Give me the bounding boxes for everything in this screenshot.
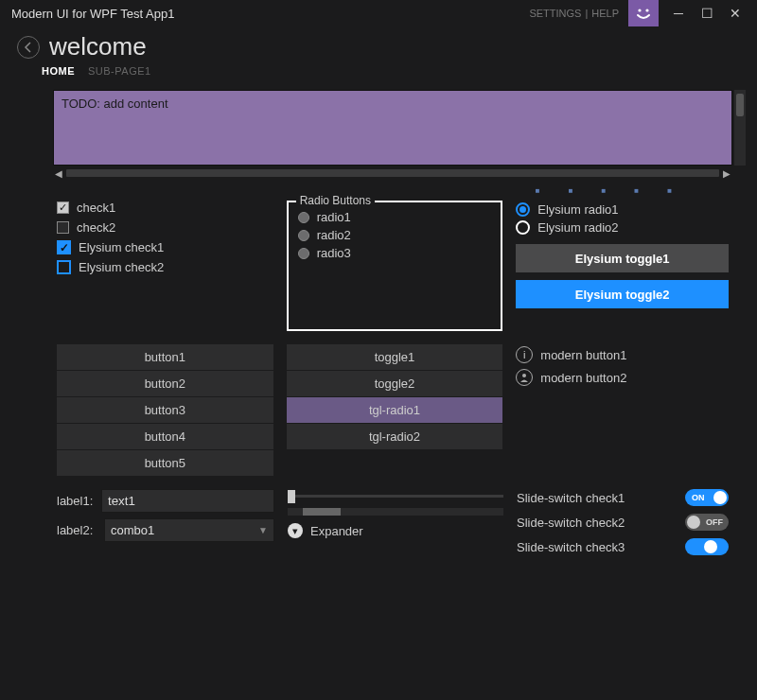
content-panel: TODO: add content ◀ ▶ — [53, 90, 732, 179]
checkbox-column: ✓check1 check2 Elysium check1 Elysium ch… — [57, 201, 273, 331]
modern-button2[interactable]: modern button2 — [516, 369, 729, 386]
page-title: welcome — [49, 32, 147, 61]
slider-column: ▾ Expander — [288, 489, 503, 538]
switch1-label: Slide-switch check1 — [517, 491, 625, 505]
button3[interactable]: button3 — [57, 397, 273, 423]
window-title: Modern UI for WPF Test App1 — [11, 7, 529, 21]
elysium-column: Elysium radio1 Elysium radio2 Elysium to… — [516, 201, 729, 331]
radio-radio1[interactable]: radio1 — [298, 208, 492, 226]
help-link[interactable]: HELP — [591, 8, 619, 19]
checkbox-label: Elysium check1 — [79, 240, 164, 254]
feedback-smiley-icon[interactable] — [628, 0, 659, 26]
slider[interactable] — [288, 489, 503, 502]
tab-home[interactable]: HOME — [42, 65, 75, 77]
settings-link[interactable]: SETTINGS — [529, 8, 581, 19]
switch3-label: Slide-switch check3 — [517, 540, 625, 554]
modern-button-list: imodern button1 modern button2 — [516, 344, 729, 476]
separator: | — [585, 8, 588, 19]
radio-column: Radio Buttons radio1 radio2 radio3 — [287, 201, 503, 331]
radio-label: radio3 — [317, 246, 351, 260]
chevron-down-icon: ▼ — [258, 525, 268, 535]
form-column: label1: label2: combo1 ▼ — [57, 489, 274, 542]
radio-label: radio1 — [317, 210, 351, 224]
slider-thumb[interactable] — [288, 490, 295, 503]
progress-fill — [303, 508, 341, 516]
chevron-down-icon: ▾ — [288, 523, 303, 538]
tab-strip: HOME SUB-PAGE1 — [0, 65, 757, 84]
info-icon: i — [516, 346, 533, 363]
page-header: welcome — [0, 26, 757, 65]
scroll-thumb[interactable] — [736, 94, 744, 116]
toggle2[interactable]: toggle2 — [287, 371, 503, 396]
elysium-radio2[interactable]: Elysium radio2 — [516, 219, 729, 236]
modern-button-label: modern button1 — [540, 348, 626, 362]
checkbox-label: check1 — [77, 201, 115, 215]
tgl-radio2[interactable]: tgl-radio2 — [287, 424, 503, 449]
scroll-right-icon[interactable]: ▶ — [721, 167, 732, 179]
window-controls: ─ ☐ ✕ — [664, 4, 749, 23]
expander[interactable]: ▾ Expander — [288, 523, 503, 538]
button5[interactable]: button5 — [57, 450, 273, 476]
titlebar: Modern UI for WPF Test App1 SETTINGS | H… — [0, 0, 757, 26]
elysium-radio1[interactable]: Elysium radio1 — [516, 201, 729, 219]
toggle1[interactable]: toggle1 — [287, 344, 503, 370]
elysium-toggle1[interactable]: Elysium toggle1 — [516, 244, 729, 272]
checkbox-check2[interactable]: check2 — [57, 220, 273, 235]
header-links: SETTINGS | HELP — [529, 8, 619, 19]
svg-point-0 — [638, 9, 641, 11]
progress-bar — [288, 508, 503, 516]
maximize-button[interactable]: ☐ — [693, 4, 721, 23]
toggle-list: toggle1 toggle2 tgl-radio1 tgl-radio2 — [287, 344, 503, 476]
radio-label: radio2 — [317, 228, 351, 242]
checkbox-label: check2 — [77, 220, 115, 235]
close-button[interactable]: ✕ — [721, 4, 749, 23]
radio-legend: Radio Buttons — [296, 194, 375, 207]
tgl-radio1[interactable]: tgl-radio1 — [287, 397, 503, 423]
slide-switch3[interactable] — [685, 538, 729, 555]
checkbox-elysium1[interactable]: Elysium check1 — [57, 240, 273, 254]
switch-column: Slide-switch check1 ON Slide-switch chec… — [517, 489, 729, 555]
slide-switch1[interactable]: ON — [685, 489, 729, 506]
label1: label1: — [57, 494, 96, 508]
combo1-select[interactable]: combo1 ▼ — [104, 518, 274, 542]
checkbox-check1[interactable]: ✓check1 — [57, 201, 273, 215]
tab-subpage1[interactable]: SUB-PAGE1 — [88, 65, 151, 77]
switch2-label: Slide-switch check2 — [517, 516, 625, 530]
scroll-track[interactable] — [66, 169, 719, 177]
radio-radio3[interactable]: radio3 — [298, 244, 492, 262]
radio-label: Elysium radio2 — [537, 220, 618, 235]
modern-button-label: modern button2 — [540, 371, 626, 385]
minimize-button[interactable]: ─ — [664, 4, 693, 23]
back-button[interactable] — [17, 36, 40, 59]
combo-value: combo1 — [111, 523, 154, 537]
button-list: button1 button2 button3 button4 button5 — [57, 344, 273, 476]
modern-button1[interactable]: imodern button1 — [516, 346, 729, 363]
radio-buttons-group: Radio Buttons radio1 radio2 radio3 — [287, 201, 503, 331]
button1[interactable]: button1 — [57, 344, 273, 370]
svg-point-1 — [645, 9, 648, 11]
expander-label: Expander — [310, 524, 363, 538]
radio-label: Elysium radio1 — [537, 202, 618, 217]
label2: label2: — [57, 523, 98, 537]
radio-radio2[interactable]: radio2 — [298, 226, 492, 244]
todo-content[interactable]: TODO: add content — [53, 90, 732, 166]
elysium-toggle2[interactable]: Elysium toggle2 — [516, 280, 729, 308]
text1-input[interactable] — [101, 489, 274, 513]
page-indicator-dots: ■■■■■ — [0, 179, 757, 201]
vertical-scrollbar[interactable] — [734, 90, 746, 166]
checkbox-label: Elysium check2 — [79, 260, 164, 274]
slide-switch2[interactable]: OFF — [685, 514, 729, 531]
scroll-left-icon[interactable]: ◀ — [53, 167, 64, 179]
button4[interactable]: button4 — [57, 424, 273, 449]
svg-point-2 — [522, 374, 526, 377]
checkbox-elysium2[interactable]: Elysium check2 — [57, 260, 273, 274]
horizontal-scrollbar[interactable]: ◀ ▶ — [53, 167, 732, 179]
person-icon — [516, 369, 533, 386]
button2[interactable]: button2 — [57, 371, 273, 396]
